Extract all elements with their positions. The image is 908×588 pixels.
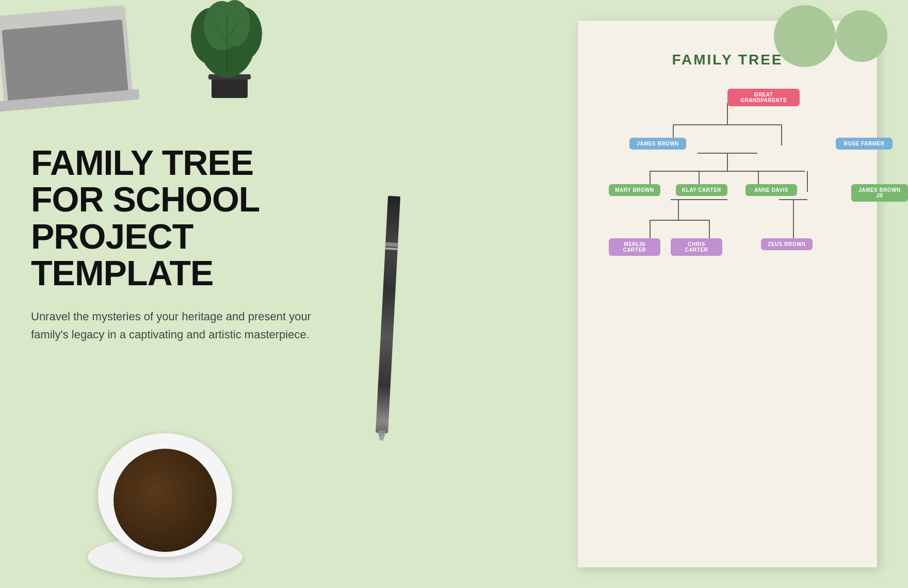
node-rose-farmer: ROSE FARMER bbox=[836, 138, 893, 150]
svg-point-6 bbox=[219, 0, 250, 46]
node-klay-carter: KLAY CARTER bbox=[676, 184, 727, 196]
doc-decoration-circle-right bbox=[836, 10, 887, 62]
node-james-brown-jr: JAMES BROWN JR bbox=[851, 184, 908, 202]
main-title: FAMILY TREEFOR SCHOOLPROJECT TEMPLATE bbox=[31, 144, 361, 292]
family-tree-chart: GREAT GRANDPARENTS JAMES BROWN ROSE FARM… bbox=[598, 89, 856, 409]
node-mary-brown: MARY BROWN bbox=[609, 184, 660, 196]
node-zeus-brown: ZEUS BROWN bbox=[761, 238, 813, 250]
node-james-brown: JAMES BROWN bbox=[629, 138, 686, 150]
main-text-area: FAMILY TREEFOR SCHOOLPROJECT TEMPLATE Un… bbox=[31, 144, 361, 344]
plant-decoration bbox=[175, 0, 279, 98]
laptop-decoration bbox=[0, 0, 134, 103]
main-subtitle: Unravel the mysteries of your heritage a… bbox=[31, 307, 320, 344]
node-chris-carter: CHRIS CARTER bbox=[671, 238, 722, 256]
svg-rect-0 bbox=[212, 76, 248, 98]
node-great-grandparents: GREAT GRANDPARENTS bbox=[727, 89, 800, 106]
node-anne-davis: ANNE DAVIS bbox=[745, 184, 797, 196]
node-merlin-carter: MERLIN CARTER bbox=[609, 238, 660, 256]
document: FAMILY TREE bbox=[578, 21, 877, 567]
coffee-decoration bbox=[72, 402, 258, 588]
doc-decoration-circle-left bbox=[774, 5, 836, 67]
